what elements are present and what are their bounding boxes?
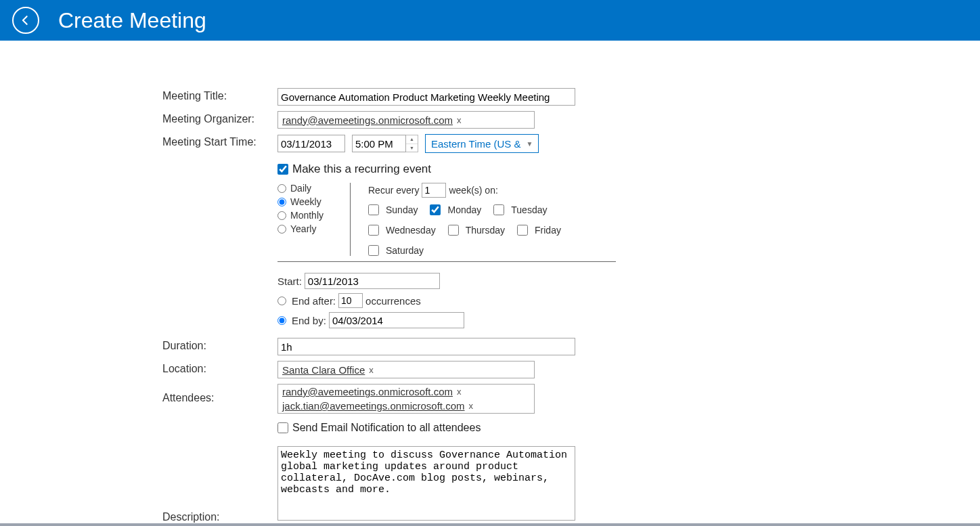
freq-weekly-label: Weekly (290, 196, 321, 207)
location-token: Santa Clara Office (282, 364, 365, 376)
freq-daily-label: Daily (290, 183, 311, 194)
freq-monthly-label: Monthly (290, 210, 324, 221)
frequency-group: Daily Weekly Monthly Yearly (277, 183, 351, 256)
remove-location-icon[interactable]: x (369, 365, 374, 375)
label-recurring: Make this a recurring event (292, 162, 431, 176)
location-input[interactable]: Santa Clara Office x (277, 361, 535, 378)
freq-yearly-label: Yearly (290, 223, 316, 234)
chk-wednesday[interactable] (368, 225, 379, 236)
remove-organizer-icon[interactable]: x (457, 115, 462, 125)
spinner-up-icon[interactable]: ▲ (406, 135, 418, 144)
duration-input[interactable] (277, 338, 575, 355)
bottom-divider (0, 523, 980, 526)
end-after-input[interactable] (338, 293, 363, 308)
chk-monday[interactable] (430, 204, 441, 215)
chk-tuesday[interactable] (493, 204, 504, 215)
start-date-input[interactable] (277, 135, 345, 152)
remove-attendee-2-icon[interactable]: x (469, 401, 474, 411)
start-time-input[interactable] (352, 135, 406, 152)
arrow-left-icon (19, 14, 32, 27)
freq-daily-radio[interactable] (277, 184, 286, 193)
attendee-token-2: jack.tian@avemeetings.onmicrosoft.com (282, 400, 465, 412)
recur-every-suffix: week(s) on: (449, 185, 497, 196)
attendees-input[interactable]: randy@avemeetings.onmicrosoft.com x jack… (277, 384, 535, 414)
page-title: Create Meeting (58, 8, 206, 33)
label-send-email: Send Email Notification to all attendees (292, 422, 481, 434)
remove-attendee-1-icon[interactable]: x (457, 387, 462, 397)
organizer-token: randy@avemeetings.onmicrosoft.com (282, 114, 453, 126)
lbl-wednesday: Wednesday (386, 225, 436, 236)
chk-sunday[interactable] (368, 204, 379, 215)
organizer-input[interactable]: randy@avemeetings.onmicrosoft.com x (277, 111, 535, 129)
back-button[interactable] (12, 7, 39, 34)
range-start-label: Start: (277, 276, 302, 287)
meeting-title-input[interactable] (277, 88, 575, 106)
lbl-saturday: Saturday (386, 245, 424, 256)
chevron-down-icon: ▼ (527, 140, 533, 148)
recurring-checkbox[interactable] (277, 164, 288, 175)
label-attendees: Attendees: (162, 384, 277, 404)
range-start-input[interactable] (305, 273, 440, 289)
recur-every-input[interactable] (422, 183, 446, 198)
lbl-thursday: Thursday (466, 225, 505, 236)
lbl-sunday: Sunday (386, 204, 418, 215)
end-by-radio[interactable] (277, 316, 286, 325)
chk-saturday[interactable] (368, 245, 379, 256)
end-after-label: End after: (292, 295, 336, 307)
weekday-group: Sunday Monday Tuesday Wednesday Thursday… (368, 204, 616, 256)
timezone-select[interactable]: Eastern Time (US & ▼ (425, 134, 539, 153)
end-after-suffix: occurrences (365, 295, 421, 307)
recurrence-panel: Daily Weekly Monthly Yearly Recur every … (277, 183, 616, 262)
send-email-checkbox[interactable] (277, 422, 288, 433)
label-start-time: Meeting Start Time: (162, 134, 277, 148)
description-textarea[interactable] (277, 446, 575, 521)
chk-thursday[interactable] (448, 225, 459, 236)
lbl-friday: Friday (535, 225, 561, 236)
label-meeting-title: Meeting Title: (162, 88, 277, 102)
end-by-input[interactable] (329, 312, 464, 328)
lbl-tuesday: Tuesday (511, 204, 547, 215)
freq-weekly-radio[interactable] (277, 198, 286, 206)
recurrence-range: Start: End after: occurrences End by: (277, 273, 839, 328)
label-description: Description: (162, 509, 277, 523)
end-by-label: End by: (292, 315, 326, 326)
app-header: Create Meeting (0, 0, 980, 41)
spinner-down-icon[interactable]: ▼ (406, 144, 418, 152)
label-duration: Duration: (162, 338, 277, 352)
meeting-form: Meeting Title: Meeting Organizer: randy@… (162, 41, 839, 523)
time-spinner[interactable]: ▲ ▼ (406, 135, 418, 152)
chk-friday[interactable] (517, 225, 528, 236)
label-location: Location: (162, 361, 277, 375)
lbl-monday: Monday (447, 204, 481, 215)
freq-yearly-radio[interactable] (277, 225, 286, 234)
freq-monthly-radio[interactable] (277, 211, 286, 220)
attendee-token-1: randy@avemeetings.onmicrosoft.com (282, 386, 453, 397)
recur-every-prefix: Recur every (368, 185, 419, 196)
label-meeting-organizer: Meeting Organizer: (162, 111, 277, 125)
timezone-value: Eastern Time (US & (431, 138, 521, 150)
end-after-radio[interactable] (277, 297, 286, 305)
